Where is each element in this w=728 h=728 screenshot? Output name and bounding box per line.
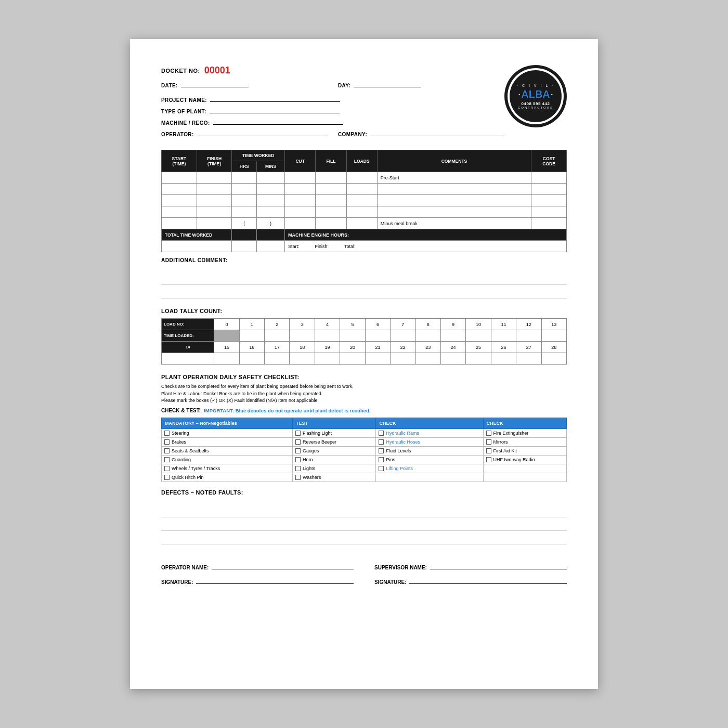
docket-label: DOCKET NO:	[161, 68, 200, 74]
check1-1: Hydraulic Rams	[376, 428, 483, 437]
mandatory-6: Quick Hitch Pin	[162, 473, 293, 482]
operator-sig-line: SIGNATURE:	[161, 577, 354, 585]
th-test: TEST	[293, 418, 376, 428]
tally-time-row-1: TIME LOADED:	[162, 330, 567, 342]
time-table: START(TIME) FINISH(TIME) TIME WORKED CUT…	[161, 150, 567, 252]
safety-instruction-1: Checks are to be completed for every ite…	[161, 383, 567, 391]
supervisor-name-input[interactable]	[430, 562, 567, 569]
table-row	[162, 184, 567, 195]
test-4: Horn	[293, 455, 376, 464]
company-input[interactable]	[370, 129, 504, 136]
cb-mirrors[interactable]	[486, 439, 491, 445]
th-hrs: HRS	[232, 161, 257, 172]
logo-civil-text: · C I V I L ·	[517, 84, 554, 87]
cb-reverse-beeper[interactable]	[295, 439, 301, 445]
comment-line-2[interactable]	[161, 287, 567, 298]
operator-name-line: OPERATOR NAME:	[161, 562, 354, 570]
check2-3: First Aid Kit	[483, 446, 566, 455]
cb-pins[interactable]	[379, 457, 384, 462]
logo-phone-text: 0408 595 442	[522, 101, 550, 106]
load-no-cell: LOAD NO:	[162, 319, 214, 330]
load-tally-table: LOAD NO: 0 1 2 3 4 5 6 7 8 9 10 11 12 13…	[161, 318, 567, 365]
operator-name-input[interactable]	[212, 562, 354, 569]
cb-first-aid[interactable]	[486, 448, 491, 453]
comment-line-1[interactable]	[161, 274, 567, 285]
table-row: Pre-Start	[162, 172, 567, 184]
cb-hydraulic-hoses[interactable]	[379, 439, 384, 445]
project-name-field: PROJECT NAME:	[161, 95, 504, 103]
tally-num-25: 25	[466, 342, 491, 353]
tally-header-row-2: 14 15 16 17 18 19 20 21 22 23 24 25 26 2…	[162, 342, 567, 353]
cb-brakes[interactable]	[164, 439, 170, 445]
day-field: DAY:	[338, 80, 504, 88]
supervisor-sig-line: SIGNATURE:	[374, 577, 567, 585]
cb-fluid-levels[interactable]	[379, 448, 384, 453]
day-input[interactable]	[354, 80, 421, 87]
operator-field: OPERATOR:	[161, 129, 328, 137]
th-cut: CUT	[285, 150, 316, 172]
cb-guarding[interactable]	[164, 457, 170, 462]
tally-num-1: 1	[239, 319, 264, 330]
th-start-time: START(TIME)	[162, 150, 197, 172]
th-check1: CHECK	[376, 418, 483, 428]
operator-label: OPERATOR:	[161, 132, 194, 137]
tally-num-0: 0	[214, 319, 239, 330]
load-tally-heading: LOAD TALLY COUNT:	[161, 308, 567, 314]
project-name-input[interactable]	[210, 95, 340, 102]
company-logo: · C I V I L · - ALBA - 0408 595 442 CONT…	[504, 65, 567, 127]
cb-flashing-light[interactable]	[295, 431, 301, 436]
operator-company-row: OPERATOR: COMPANY:	[161, 129, 504, 140]
cb-seats-seatbelts[interactable]	[164, 448, 170, 453]
check2-5	[483, 464, 566, 473]
defect-line-3[interactable]	[161, 533, 567, 544]
th-loads: LOADS	[346, 150, 377, 172]
operator-sig-input[interactable]	[196, 577, 354, 584]
date-input[interactable]	[181, 80, 249, 87]
document-page: DOCKET NO: 00001 DATE: DAY: PROJECT NAME…	[130, 39, 598, 689]
type-plant-field: TYPE OF PLANT:	[161, 106, 504, 114]
tally-num-26: 26	[491, 342, 516, 353]
supervisor-sig-input[interactable]	[409, 577, 567, 584]
cb-horn[interactable]	[295, 457, 301, 462]
test-5: Lights	[293, 464, 376, 473]
mandatory-1: Steering	[162, 428, 293, 437]
docket-no-row: DOCKET NO: 00001	[161, 65, 504, 76]
date-field: DATE:	[161, 80, 328, 88]
operator-input[interactable]	[197, 129, 328, 136]
supervisor-sig-col: SUPERVISOR NAME: SIGNATURE:	[374, 562, 567, 591]
cb-steering[interactable]	[164, 431, 170, 436]
tally-num-10: 10	[466, 319, 491, 330]
check2-4: UHF two-way Radio	[483, 455, 566, 464]
engine-hours-cell: Start: Finish: Total:	[285, 241, 567, 252]
cb-quick-hitch[interactable]	[164, 475, 170, 480]
tally-num-5: 5	[340, 319, 365, 330]
th-mandatory: MANDATORY – Non-Negotiables	[162, 418, 293, 428]
cb-hydraulic-rams[interactable]	[379, 431, 384, 436]
checklist-row-3: Seats & Seatbelts Gauges Fluid Levels Fi…	[162, 446, 567, 455]
defect-line-1[interactable]	[161, 506, 567, 517]
tally-num-17: 17	[265, 342, 290, 353]
company-field: COMPANY:	[338, 129, 504, 137]
engine-finish-label: Finish:	[315, 244, 329, 249]
th-comments: COMMENTS	[377, 150, 531, 172]
test-3: Gauges	[293, 446, 376, 455]
machine-rego-label: MACHINE / REGO:	[161, 120, 210, 126]
cb-uhf-radio[interactable]	[486, 457, 491, 462]
tally-num-23: 23	[415, 342, 440, 353]
cb-lifting-points[interactable]	[379, 466, 384, 471]
defect-line-2[interactable]	[161, 519, 567, 531]
cb-fire-extinguisher[interactable]	[486, 431, 491, 436]
check2-2: Mirrors	[483, 437, 566, 446]
tally-num-6: 6	[365, 319, 390, 330]
cb-wheels-tyres[interactable]	[164, 466, 170, 471]
cb-lights[interactable]	[295, 466, 301, 471]
type-plant-input[interactable]	[210, 106, 340, 113]
total-row: TOTAL TIME WORKED MACHINE ENGINE HOURS:	[162, 229, 567, 241]
cb-washers[interactable]	[295, 475, 301, 480]
machine-rego-input[interactable]	[213, 118, 343, 125]
total-label: TOTAL TIME WORKED	[162, 229, 232, 241]
table-row	[162, 195, 567, 206]
check2-6	[483, 473, 566, 482]
cb-gauges[interactable]	[295, 448, 301, 453]
check1-4: Pins	[376, 455, 483, 464]
